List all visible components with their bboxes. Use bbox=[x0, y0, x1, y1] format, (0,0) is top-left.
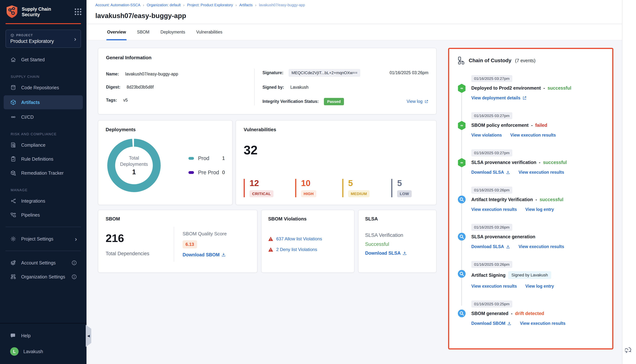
tab-sbom[interactable]: SBOM bbox=[136, 24, 150, 40]
project-selector[interactable]: PROJECT Product Exploratory › bbox=[6, 30, 81, 48]
breadcrumb-link[interactable]: Artifacts bbox=[239, 3, 252, 7]
sidebar-item-project-settings[interactable]: Project Settings › bbox=[0, 232, 86, 246]
layers-icon bbox=[10, 260, 16, 266]
sidebar-item-ci-cd[interactable]: CI/CD bbox=[0, 110, 86, 124]
violation-link[interactable]: 2 Deny list Violations bbox=[276, 247, 317, 252]
event-links: View execution results View log entry bbox=[471, 284, 604, 289]
slsa-title: SLSA bbox=[365, 216, 430, 222]
sidebar-item-remediation-tracker[interactable]: Remediation Tracker bbox=[0, 166, 86, 180]
general-info-field: Digest: 8d23bd3b5d8f bbox=[106, 85, 246, 90]
event-link[interactable]: View deployment details bbox=[471, 96, 527, 100]
sidebar-item-integrations[interactable]: Integrations bbox=[0, 194, 86, 208]
app-title: Supply Chain Security bbox=[22, 6, 51, 18]
chain-event: ∞ 01/16/2025 03:27pm Deployed to Prod2 e… bbox=[457, 75, 604, 112]
violation-link[interactable]: 637 Allow list Violations bbox=[276, 236, 322, 242]
sidebar-item-compliance[interactable]: Compliance bbox=[0, 138, 86, 152]
sbom-violations-card: SBOM Violations 637 Allow list Violation… bbox=[261, 210, 354, 273]
pipeline-event-icon: ∞ bbox=[457, 158, 466, 168]
chain-event: ∞ 01/16/2025 03:27pm SBOM policy enforce… bbox=[457, 112, 604, 150]
gear-icon bbox=[10, 236, 16, 242]
vertical-divider bbox=[174, 227, 174, 262]
sidebar-item-get-started[interactable]: Get Started bbox=[0, 53, 86, 66]
legend-value: 1 bbox=[222, 156, 225, 161]
event-dash: - bbox=[531, 122, 532, 128]
sidebar-item-rule-definitions[interactable]: Rule Definitions bbox=[0, 152, 86, 166]
info-icon[interactable] bbox=[72, 274, 77, 280]
sidebar-item-code-repositories[interactable]: </> Code Repositories bbox=[0, 80, 86, 94]
feedback-chat-icon[interactable] bbox=[625, 347, 634, 354]
event-badge: Signed by Lavakush bbox=[508, 271, 551, 279]
tab-overview[interactable]: Overview bbox=[106, 24, 126, 40]
sidebar-item-help[interactable]: ? Help bbox=[0, 329, 86, 343]
event-links: Download SLSA View execution results bbox=[471, 170, 604, 175]
infinity-icon bbox=[10, 114, 16, 120]
event-link[interactable]: View log entry bbox=[526, 207, 554, 212]
signed-by-row: Signed by: Lavakush bbox=[262, 85, 428, 90]
plug-icon bbox=[10, 198, 16, 204]
download-icon bbox=[402, 251, 407, 256]
pipeline-event-icon: ∞ bbox=[457, 121, 466, 130]
module-switcher-grid-icon[interactable] bbox=[75, 8, 81, 15]
event-timestamp: 01/16/2025 03:26pm bbox=[471, 261, 512, 268]
download-icon bbox=[222, 252, 226, 257]
sbom-quality-score-value: 6.13 bbox=[182, 240, 197, 248]
info-icon[interactable] bbox=[72, 260, 77, 266]
sidebar-item-pipelines[interactable]: Pipelines bbox=[0, 208, 86, 222]
event-link[interactable]: View execution results bbox=[518, 244, 564, 249]
chevron-right-icon: › bbox=[75, 236, 77, 242]
breadcrumb-link[interactable]: Project: Product Exploratory bbox=[187, 3, 233, 7]
sidebar-item-account-settings[interactable]: Account Settings bbox=[0, 256, 86, 270]
event-links: View deployment details bbox=[471, 96, 604, 100]
pipeline-icon bbox=[10, 212, 16, 218]
download-slsa-link[interactable]: Download SLSA bbox=[365, 250, 430, 256]
home-icon bbox=[10, 56, 16, 63]
tab-vulnerabilities[interactable]: Vulnerabilities bbox=[196, 24, 223, 40]
sidebar-bottom: ? Help L Lavakush bbox=[0, 323, 86, 364]
avatar: L bbox=[10, 347, 18, 356]
event-link[interactable]: View execution results bbox=[520, 321, 566, 326]
event-link[interactable]: View execution results bbox=[471, 284, 517, 289]
event-link[interactable]: View execution results bbox=[518, 170, 564, 175]
signature-value: MEQCICde2VjIT...bL+2+mqnOXw== bbox=[288, 69, 360, 77]
chain-of-custody-title: Chain of Custody bbox=[469, 58, 512, 64]
deployments-donut-chart: Total Deployments 1 bbox=[107, 138, 161, 192]
cube-icon bbox=[10, 99, 16, 106]
nav-divider bbox=[6, 227, 81, 227]
ssca-event-icon bbox=[457, 309, 466, 318]
breadcrumb-link[interactable]: lavakush07/easy-buggy-app bbox=[259, 3, 305, 7]
sidebar-item-artifacts[interactable]: Artifacts bbox=[4, 95, 83, 109]
user-menu[interactable]: L Lavakush bbox=[0, 344, 86, 358]
svg-text:∞: ∞ bbox=[460, 160, 463, 164]
content-area: General Information Name: lavakush07/eas… bbox=[86, 40, 622, 364]
event-link[interactable]: View log entry bbox=[526, 284, 554, 289]
event-link[interactable]: View execution results bbox=[510, 133, 556, 138]
project-cube-icon bbox=[10, 33, 14, 37]
event-status: drift detected bbox=[515, 311, 544, 316]
tab-deployments[interactable]: Deployments bbox=[160, 24, 186, 40]
sidebar-item-label: Get Started bbox=[21, 57, 45, 62]
download-sbom-link[interactable]: Download SBOM bbox=[182, 252, 227, 258]
breadcrumb-link[interactable]: Account: Automation-SSCA bbox=[95, 3, 140, 7]
breadcrumb-link[interactable]: Organization: default bbox=[147, 3, 181, 7]
download-icon bbox=[506, 170, 510, 174]
event-link[interactable]: View execution results bbox=[471, 207, 517, 212]
breadcrumb-separator-icon: › bbox=[143, 3, 144, 7]
event-links: View execution results View log entry bbox=[471, 207, 604, 212]
slsa-verification-label: SLSA Verification bbox=[365, 232, 430, 238]
external-icon bbox=[522, 96, 527, 100]
sidebar-item-organization-settings[interactable]: Organization Settings bbox=[0, 270, 86, 284]
event-link[interactable]: View violations bbox=[471, 133, 502, 138]
event-link[interactable]: Download SBOM bbox=[471, 321, 512, 326]
page-header: Account: Automation-SSCA › Organization:… bbox=[86, 0, 622, 24]
event-link[interactable]: Download SLSA bbox=[471, 244, 510, 249]
right-rail bbox=[622, 0, 636, 364]
status-badge: Passed bbox=[324, 98, 344, 105]
sbom-title: SBOM bbox=[106, 216, 250, 222]
view-log-link[interactable]: View log bbox=[406, 99, 428, 104]
tab-bar: OverviewSBOMDeploymentsVulnerabilities bbox=[86, 24, 622, 40]
event-dash: - bbox=[511, 311, 512, 316]
event-link[interactable]: Download SLSA bbox=[471, 170, 510, 175]
severity-badge: CRITICAL bbox=[250, 190, 274, 197]
breadcrumb: Account: Automation-SSCA › Organization:… bbox=[95, 3, 622, 7]
vulnerability-stat: 12 CRITICAL bbox=[244, 179, 274, 197]
